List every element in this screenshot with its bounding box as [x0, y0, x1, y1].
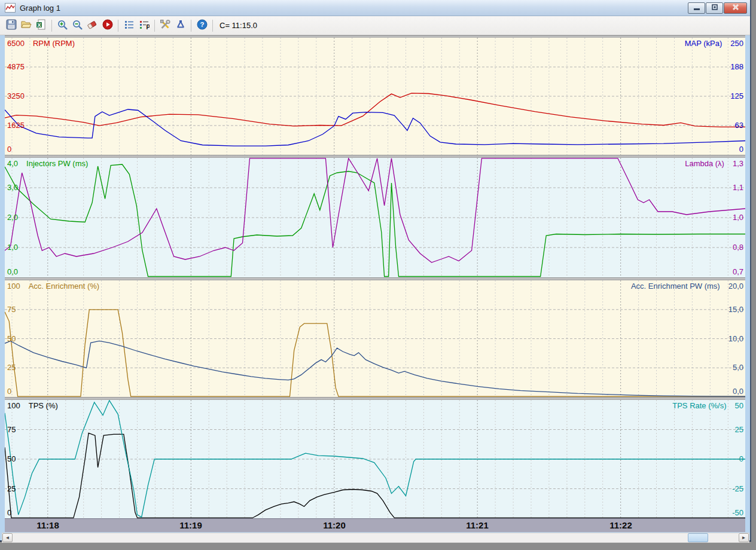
time-label: 11:21	[463, 520, 492, 530]
toolbar-separator	[191, 20, 191, 32]
toolbar-separator	[51, 20, 52, 32]
chart-panel-accel-enrichment: 100Acc. Enrichment (%)7550250Acc. Enrich…	[5, 280, 745, 397]
close-button[interactable]	[724, 2, 747, 14]
svg-text:P: P	[146, 24, 150, 30]
plot-tps[interactable]	[5, 400, 745, 518]
axis-left-title: 4,0Injectors PW (ms)	[7, 159, 88, 168]
axis-left-title: 100TPS (%)	[7, 401, 58, 410]
toolbar-separator	[118, 20, 118, 32]
axis-right-tick: 1,1	[733, 183, 743, 192]
help-button[interactable]: ?	[194, 18, 209, 33]
axis-left-tick: 0	[7, 387, 11, 396]
time-axis: 11:1811:1911:2011:2111:22	[5, 518, 745, 532]
close-icon	[730, 3, 741, 13]
save-button[interactable]	[4, 18, 19, 33]
zoom-out-icon	[72, 19, 83, 32]
axis-right-tick: 0,0	[733, 387, 743, 396]
axis-left-title: 100Acc. Enrichment (%)	[7, 282, 99, 291]
time-label: 11:22	[606, 520, 635, 530]
list-button[interactable]	[121, 18, 136, 33]
zoom-in-button[interactable]	[55, 18, 70, 33]
axis-right-tick: 5,0	[733, 363, 743, 372]
axis-left-tick: 25	[7, 363, 16, 372]
toolbar-separator	[154, 20, 155, 32]
axis-right-title: MAP (kPa)250	[685, 39, 743, 48]
axis-left-title: 6500RPM (RPM)	[7, 39, 75, 48]
scroll-left-button[interactable]: ◄	[2, 533, 13, 542]
export-excel-button[interactable]: X	[33, 18, 48, 33]
axis-right-tick: 125	[730, 91, 743, 100]
window-title: Graph log 1	[20, 4, 60, 13]
save-icon	[6, 19, 17, 32]
parameters-button[interactable]: P	[136, 18, 151, 33]
axis-left-tick: 75	[7, 425, 16, 434]
axis-right-tick: -25	[732, 484, 743, 493]
series-rpm	[5, 93, 745, 127]
axis-right-tick: 15,0	[728, 305, 743, 314]
clamp-button[interactable]	[173, 18, 188, 33]
svg-text:X: X	[37, 22, 41, 28]
horizontal-scrollbar[interactable]: ◄ ►	[2, 533, 749, 543]
open-button[interactable]	[19, 18, 33, 33]
time-label: 11:18	[33, 520, 62, 530]
plot-rpm-map[interactable]	[5, 38, 745, 155]
axis-left-tick: 0,0	[7, 267, 18, 276]
scrollbar-thumb[interactable]	[688, 533, 708, 542]
cursor-readout: C= 11:15.0	[220, 21, 257, 30]
graph-panels: 6500RPM (RPM)4875325016250MAP (kPa)25018…	[5, 35, 745, 518]
axis-left-tick: 3250	[7, 91, 25, 100]
axis-right-title: Acc. Enrichment PW (ms)20,0	[631, 282, 743, 291]
open-icon	[20, 19, 32, 32]
export-excel-icon: X	[36, 19, 47, 32]
axis-left-tick: 75	[7, 305, 16, 314]
axis-left-tick: 1,0	[7, 243, 18, 252]
title-bar[interactable]: Graph log 1	[0, 0, 750, 16]
axis-left-tick: 50	[7, 454, 16, 463]
play-icon	[102, 19, 113, 32]
plot-accel-enrichment[interactable]	[5, 280, 745, 397]
graph-app-icon	[5, 3, 16, 13]
scroll-right-button[interactable]: ►	[739, 533, 749, 542]
series-tps	[5, 433, 745, 518]
axis-right-tick: 1,0	[733, 213, 743, 222]
maximize-button[interactable]	[706, 2, 723, 14]
list-icon	[124, 19, 135, 32]
axis-right-tick: 10,0	[728, 334, 743, 343]
axis-right-tick: 25	[735, 425, 743, 434]
axis-left-tick: 0	[7, 145, 11, 154]
minimize-button[interactable]	[688, 2, 705, 14]
toolbar: XP?C= 11:15.0	[0, 16, 750, 35]
play-button[interactable]	[100, 18, 115, 33]
axis-left-tick: 0	[7, 508, 11, 517]
series-tps-rate	[5, 401, 745, 517]
series-map	[5, 109, 745, 146]
axis-right-title: Lambda (λ)1,3	[685, 159, 743, 168]
eraser-button[interactable]	[85, 18, 100, 33]
minimize-icon	[691, 3, 702, 13]
axis-left-tick: 2,0	[7, 213, 18, 222]
axis-right-tick: 0	[739, 145, 743, 154]
axis-left-tick: 4875	[7, 62, 25, 71]
graph-log-window: Graph log 1 XP?C= 11:15.0 6500RPM (RPM)4…	[0, 0, 751, 542]
time-label: 11:19	[176, 520, 205, 530]
window-controls	[688, 2, 747, 14]
parameters-icon: P	[139, 19, 150, 32]
series-acc-enrichment-pw	[5, 341, 745, 396]
chart-panel-injpw-lambda: 4,0Injectors PW (ms)3,02,01,00,0Lambda (…	[5, 158, 745, 277]
time-label: 11:20	[320, 520, 349, 530]
series-lambda	[5, 158, 745, 262]
tools-icon	[160, 19, 171, 32]
axis-right-tick: 188	[730, 62, 743, 71]
axis-left-tick: 1625	[7, 121, 25, 130]
help-icon: ?	[197, 19, 208, 32]
chart-panel-rpm-map: 6500RPM (RPM)4875325016250MAP (kPa)25018…	[5, 38, 745, 155]
axis-right-tick: -50	[732, 508, 743, 517]
tools-button[interactable]	[158, 18, 173, 33]
axis-left-tick: 50	[7, 334, 16, 343]
series-acc-enrichment	[5, 310, 745, 396]
svg-text:?: ?	[200, 21, 204, 28]
zoom-out-button[interactable]	[70, 18, 85, 33]
axis-left-tick: 25	[7, 484, 16, 493]
axis-right-tick: 0	[739, 454, 743, 463]
plot-injpw-lambda[interactable]	[5, 158, 745, 277]
